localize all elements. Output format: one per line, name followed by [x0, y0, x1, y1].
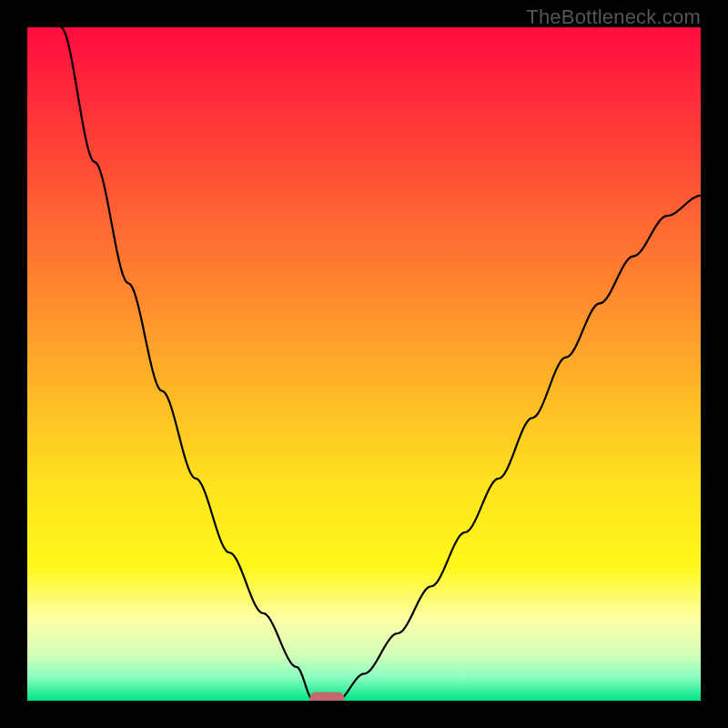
gradient-background [27, 27, 701, 701]
chart-frame [27, 27, 701, 701]
bottleneck-chart [27, 27, 701, 701]
watermark-text: TheBottleneck.com [526, 5, 701, 29]
optimal-marker [310, 693, 344, 701]
